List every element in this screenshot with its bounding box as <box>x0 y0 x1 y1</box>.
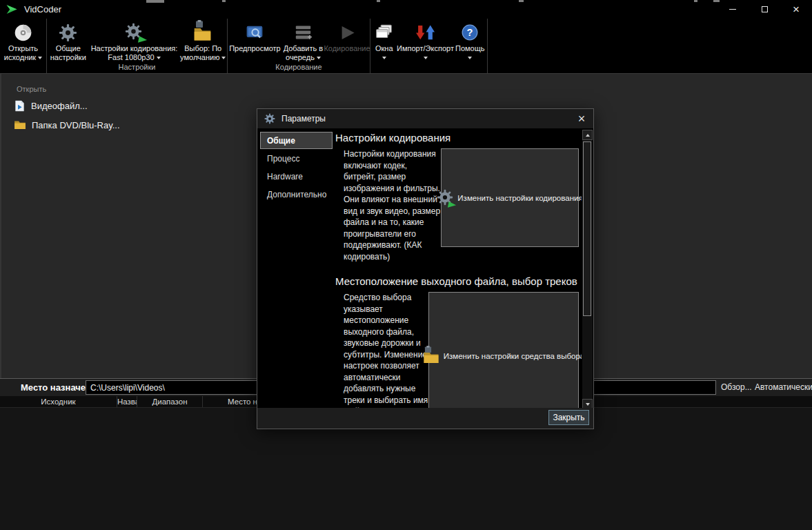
open-source-button[interactable]: Открыть исходник <box>4 22 42 62</box>
clipboard-icon <box>424 346 432 353</box>
edit-encoding-settings-button[interactable]: Изменить настройки кодирования <box>441 148 579 247</box>
preview-button[interactable]: Предпросмотр <box>228 22 282 53</box>
open-dvd-folder-label: Папка DVD/Blu-Ray... <box>32 120 120 130</box>
minimize-icon <box>729 9 736 10</box>
encode-button: Кодирование <box>324 22 370 53</box>
close-dialog-button[interactable]: Закрыть <box>548 410 589 425</box>
title-bar: VidCoder <box>0 0 812 19</box>
tab-advanced[interactable]: Дополнительно <box>260 186 333 203</box>
gear-icon <box>264 113 275 124</box>
picker-button[interactable]: Выбор: По умолчанию <box>180 22 226 62</box>
encoding-section-description: Настройки кодирования включают кодек, би… <box>344 148 441 262</box>
maximize-button[interactable] <box>749 0 780 19</box>
import-export-label: Импорт/Экспорт <box>397 44 454 53</box>
background-artifact <box>222 0 226 2</box>
window-title: VidCoder <box>24 4 61 14</box>
toolbar-group-open: Открыть исходник <box>0 19 47 73</box>
picker-folder-icon <box>193 22 212 43</box>
open-video-file-label: Видеофайл... <box>31 101 88 111</box>
window-controls <box>717 0 812 19</box>
main-toolbar: Открыть исходник Общие настройки Настрой… <box>0 19 812 74</box>
options-dialog-titlebar: Параметры <box>257 109 593 128</box>
browse-button[interactable]: Обзор... <box>721 382 752 392</box>
add-to-queue-label-line1: Добавить в <box>284 44 324 53</box>
open-source-label-line1: Открыть <box>8 44 38 53</box>
arrow-down-icon <box>586 403 590 406</box>
arrow-up-icon <box>586 134 590 137</box>
encoding-gear-icon <box>125 22 144 43</box>
dropdown-caret-icon <box>424 57 428 59</box>
picker-folder-icon <box>423 348 439 364</box>
dropdown-caret-icon <box>382 57 386 59</box>
close-window-button[interactable] <box>780 0 812 19</box>
general-settings-label-line1: Общие <box>56 44 81 53</box>
options-content: Настройки кодирования Настройки кодирова… <box>335 130 582 410</box>
group-label-empty <box>370 63 487 73</box>
tab-process[interactable]: Процесс <box>260 150 333 167</box>
open-section-header: Открыть <box>17 85 46 93</box>
help-icon <box>461 22 479 43</box>
disc-icon <box>14 22 32 43</box>
toolbar-group-misc: Окна Импорт/Экспорт Помощь <box>370 19 488 73</box>
picker-section-description: Средство выбора указывает местоположение… <box>344 292 428 410</box>
options-dialog-close-button[interactable] <box>574 111 589 126</box>
group-label-encoding: Кодирование <box>228 63 370 73</box>
tab-general[interactable]: Общие <box>260 132 333 149</box>
encoding-settings-label-line2: Fast 1080p30 <box>108 53 154 61</box>
add-to-queue-button[interactable]: Добавить в очередь <box>282 22 324 62</box>
options-tab-list: Общие Процесс Hardware Дополнительно <box>260 132 333 204</box>
column-header-title[interactable]: Назва <box>117 396 137 407</box>
toolbar-group-encoding: Предпросмотр Добавить в очередь Кодирова… <box>228 19 370 73</box>
help-label: Помощь <box>455 44 485 53</box>
dropdown-caret-icon <box>38 57 42 59</box>
minimize-button[interactable] <box>717 0 749 19</box>
auto-naming-button[interactable]: Автоматически <box>755 382 812 392</box>
group-label-empty <box>0 63 46 73</box>
scrollbar-thumb[interactable] <box>583 141 591 316</box>
video-file-icon <box>14 100 26 112</box>
background-artifact <box>377 0 380 2</box>
toolbar-group-settings: Общие настройки Настройки кодирования: F… <box>47 19 228 73</box>
edit-picker-settings-label: Изменить настройки средства выбора <box>444 352 582 360</box>
windows-button[interactable]: Окна <box>371 22 397 62</box>
clipboard-icon <box>195 20 204 28</box>
help-button[interactable]: Помощь <box>453 22 486 62</box>
background-artifact <box>146 0 164 3</box>
green-arrow-icon <box>447 199 457 209</box>
scroll-up-button[interactable] <box>582 130 593 140</box>
options-dialog: Параметры Общие Процесс Hardware Дополни… <box>257 108 594 429</box>
queue-icon <box>294 22 313 43</box>
group-label-settings: Настройки <box>47 63 227 73</box>
encoding-section-header: Настройки кодирования <box>335 132 582 144</box>
general-settings-label-line2: настройки <box>50 53 86 62</box>
picker-label-line2: умолчанию <box>180 53 219 61</box>
tab-hardware[interactable]: Hardware <box>260 168 333 185</box>
maximize-icon <box>762 6 768 12</box>
background-artifact <box>713 0 720 2</box>
open-video-file-item[interactable]: Видеофайл... <box>14 100 88 112</box>
options-scrollbar[interactable] <box>582 130 593 409</box>
dropdown-caret-icon <box>468 57 472 59</box>
open-dvd-folder-item[interactable]: Папка DVD/Blu-Ray... <box>14 119 120 131</box>
dropdown-caret-icon <box>221 57 226 59</box>
windows-label: Окна <box>375 44 393 53</box>
encoding-settings-button[interactable]: Настройки кодирования: Fast 1080p30 <box>90 22 179 62</box>
preview-label: Предпросмотр <box>229 44 281 53</box>
general-settings-button[interactable]: Общие настройки <box>48 22 88 62</box>
dropdown-caret-icon <box>157 57 161 59</box>
import-export-icon <box>416 22 435 43</box>
import-export-button[interactable]: Импорт/Экспорт <box>398 22 453 62</box>
open-source-label-line2: исходник <box>4 53 36 61</box>
encoding-gear-icon <box>437 189 453 207</box>
options-dialog-footer: Закрыть <box>257 408 593 429</box>
vidcoder-logo-icon <box>6 3 18 15</box>
background-artifact <box>519 0 524 2</box>
column-header-range[interactable]: Диапазон <box>137 396 203 407</box>
encoding-settings-label-line1: Настройки кодирования: <box>91 44 178 53</box>
column-header-source[interactable]: Исходник <box>0 396 117 407</box>
add-to-queue-label-line2: очередь <box>286 53 315 61</box>
gear-icon <box>59 22 77 43</box>
edit-encoding-settings-label: Изменить настройки кодирования <box>457 194 582 202</box>
edit-picker-settings-button[interactable]: Изменить настройки средства выбора <box>428 292 579 410</box>
preview-icon <box>245 22 264 43</box>
